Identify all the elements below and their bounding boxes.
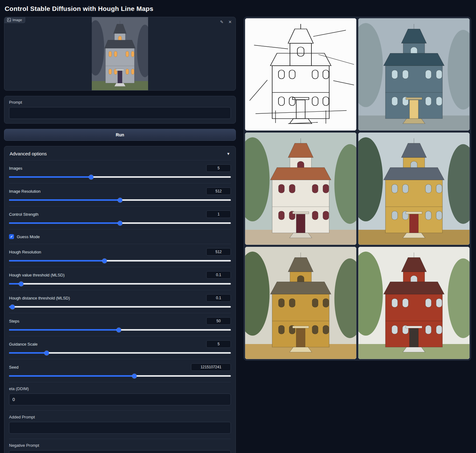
- guess-mode-checkbox[interactable]: ✓: [9, 234, 14, 239]
- added-prompt-label: Added Prompt: [9, 415, 231, 419]
- slider-value-steps[interactable]: 50: [206, 317, 231, 325]
- slider-label-hough-value-threshold: Hough value threshold (MLSD): [9, 273, 64, 277]
- slider-handle-hough-resolution[interactable]: [102, 258, 107, 263]
- gallery-item-result-1[interactable]: [358, 18, 470, 131]
- slider-handle-seed[interactable]: [132, 374, 137, 378]
- added-prompt-input[interactable]: [9, 422, 231, 434]
- chevron-down-icon[interactable]: ▼: [226, 152, 230, 156]
- slider-value-guidance-scale[interactable]: 5: [206, 340, 231, 348]
- slider-label-seed: Seed: [9, 365, 18, 370]
- slider-value-seed[interactable]: 1215107241: [191, 363, 231, 371]
- gallery-item-result-3[interactable]: [358, 132, 470, 245]
- slider-label-images: Images: [9, 166, 22, 171]
- slider-row-hough-distance-threshold: Hough distance threshold (MLSD) 0.1: [9, 290, 231, 313]
- slider-row-control-strength: Control Strength 1: [9, 206, 231, 229]
- slider-label-hough-resolution: Hough Resolution: [9, 250, 41, 254]
- slider-value-image-resolution[interactable]: 512: [206, 187, 231, 195]
- eta-row: eta (DDIM): [9, 382, 231, 410]
- image-input-label: Image: [4, 17, 25, 23]
- prompt-label: Prompt: [9, 100, 231, 105]
- slider-label-image-resolution: Image Resolution: [9, 189, 40, 194]
- gallery-item-hough-map[interactable]: [245, 18, 357, 131]
- slider-value-hough-value-threshold[interactable]: 0.1: [206, 271, 231, 279]
- slider-row-images: Images 5: [9, 160, 231, 183]
- run-button[interactable]: Run: [4, 129, 236, 141]
- eta-input[interactable]: [9, 394, 231, 405]
- added-prompt-row: Added Prompt: [9, 410, 231, 439]
- slider-row-hough-value-threshold: Hough value threshold (MLSD) 0.1: [9, 267, 231, 290]
- slider-track-images[interactable]: [9, 176, 231, 178]
- slider-handle-image-resolution[interactable]: [118, 198, 122, 202]
- guess-mode-label: Guess Mode: [17, 234, 40, 239]
- slider-track-hough-value-threshold[interactable]: [9, 283, 231, 285]
- slider-handle-hough-value-threshold[interactable]: [19, 281, 23, 286]
- slider-track-control-strength[interactable]: [9, 222, 231, 224]
- results-column: [244, 17, 471, 361]
- slider-track-image-resolution[interactable]: [9, 199, 231, 201]
- slider-value-control-strength[interactable]: 1: [206, 210, 231, 218]
- result-gallery: [244, 17, 471, 361]
- controls-column: Image ✎ ✕ Prompt Run Advanced options ▼: [4, 17, 236, 453]
- slider-track-seed[interactable]: [9, 375, 231, 377]
- image-input-block[interactable]: Image ✎ ✕: [4, 17, 236, 91]
- slider-label-steps: Steps: [9, 319, 19, 323]
- image-icon: [7, 18, 11, 22]
- negative-prompt-input[interactable]: [9, 450, 231, 453]
- negative-prompt-row: Negative Prompt: [9, 439, 231, 453]
- slider-label-control-strength: Control Strength: [9, 212, 39, 217]
- slider-label-hough-distance-threshold: Hough distance threshold (MLSD): [9, 296, 70, 300]
- slider-value-hough-resolution[interactable]: 512: [206, 248, 231, 256]
- advanced-options-title: Advanced options: [10, 151, 47, 156]
- page: Control Stable Diffusion with Hough Line…: [0, 0, 476, 453]
- page-title: Control Stable Diffusion with Hough Line…: [5, 5, 471, 12]
- slider-row-seed: Seed 1215107241: [9, 359, 231, 382]
- gallery-item-result-5[interactable]: [358, 247, 470, 359]
- slider-row-steps: Steps 50: [9, 313, 231, 336]
- slider-handle-steps[interactable]: [116, 328, 121, 332]
- slider-label-guidance-scale: Guidance Scale: [9, 342, 38, 347]
- input-image-preview[interactable]: [92, 17, 148, 91]
- gallery-item-result-4[interactable]: [245, 247, 357, 359]
- slider-row-image-resolution: Image Resolution 512: [9, 183, 231, 206]
- clear-image-icon[interactable]: ✕: [228, 19, 232, 25]
- advanced-options-header[interactable]: Advanced options ▼: [9, 146, 231, 160]
- slider-row-hough-resolution: Hough Resolution 512: [9, 244, 231, 267]
- slider-value-images[interactable]: 5: [206, 164, 231, 172]
- slider-handle-images[interactable]: [89, 175, 93, 179]
- eta-label: eta (DDIM): [9, 386, 231, 391]
- slider-row-guidance-scale: Guidance Scale 5: [9, 336, 231, 359]
- slider-track-hough-resolution[interactable]: [9, 260, 231, 262]
- gallery-item-result-2[interactable]: [245, 132, 357, 245]
- slider-track-hough-distance-threshold[interactable]: [9, 306, 231, 308]
- slider-handle-control-strength[interactable]: [118, 221, 122, 225]
- slider-handle-hough-distance-threshold[interactable]: [10, 304, 15, 309]
- advanced-options-block: Advanced options ▼ Images 5 Im: [4, 146, 236, 453]
- slider-track-steps[interactable]: [9, 329, 231, 331]
- slider-handle-guidance-scale[interactable]: [44, 351, 49, 355]
- negative-prompt-label: Negative Prompt: [9, 443, 231, 448]
- edit-image-icon[interactable]: ✎: [219, 19, 224, 25]
- prompt-input[interactable]: [9, 107, 231, 119]
- slider-track-guidance-scale[interactable]: [9, 352, 231, 354]
- prompt-block: Prompt: [4, 96, 236, 124]
- slider-value-hough-distance-threshold[interactable]: 0.1: [206, 294, 231, 302]
- guess-mode-row: ✓ Guess Mode: [9, 229, 231, 244]
